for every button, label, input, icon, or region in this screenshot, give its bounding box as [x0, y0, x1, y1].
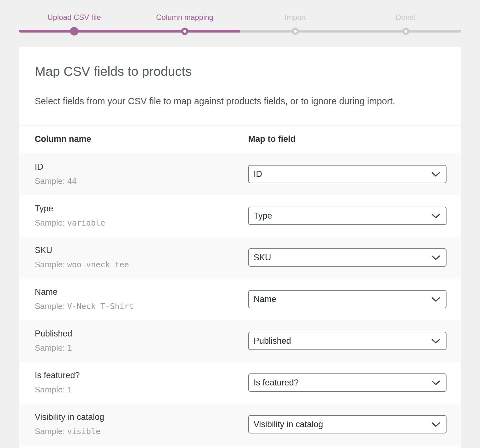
row-column-info: Visibility in catalog Sample: visible — [35, 412, 248, 437]
step-dot-import — [292, 27, 299, 35]
map-select-is-featured[interactable]: Is featured? — [248, 373, 447, 392]
progress-bar-fill — [19, 30, 240, 33]
step-label-import: Import — [240, 13, 351, 22]
row-column-name: ID — [35, 161, 248, 172]
mapping-row: Visibility in catalog Sample: visible Vi… — [19, 403, 461, 445]
row-column-name: Visibility in catalog — [35, 412, 248, 422]
map-select-type[interactable]: Type — [248, 207, 447, 225]
row-sample: Sample: woo-vneck-tee — [35, 259, 248, 270]
row-column-info: Is featured? Sample: 1 — [35, 370, 248, 395]
step-label-upload-csv-file: Upload CSV file — [19, 13, 129, 22]
progress-bar-track — [19, 30, 461, 33]
map-select-visibility[interactable]: Visibility in catalog — [248, 415, 447, 433]
content-card: Map CSV fields to products Select fields… — [19, 47, 461, 448]
row-map-cell: Visibility in catalog — [248, 415, 447, 433]
step-dot-upload-csv-file — [70, 27, 79, 35]
mapping-row: Published Sample: 1 Published — [19, 320, 461, 362]
row-sample: Sample: 1 — [35, 384, 248, 395]
sample-label: Sample: — [35, 343, 65, 353]
row-map-cell: Type — [248, 207, 447, 225]
row-column-name: Type — [35, 203, 248, 214]
map-select-published[interactable]: Published — [248, 332, 447, 350]
row-column-info: Name Sample: V-Neck T-Shirt — [35, 287, 248, 312]
row-map-cell: Published — [248, 332, 447, 350]
step-dot-done — [402, 27, 410, 35]
row-column-info: Type Sample: variable — [35, 203, 248, 228]
sample-value: 1 — [67, 385, 72, 394]
map-select-sku[interactable]: SKU — [248, 248, 447, 267]
select-wrap: ID — [248, 165, 447, 183]
sample-label: Sample: — [35, 218, 65, 227]
sample-label: Sample: — [35, 260, 65, 269]
sample-value: visible — [67, 427, 100, 436]
column-name-header: Column name — [35, 134, 248, 144]
row-sample: Sample: V-Neck T-Shirt — [35, 301, 248, 312]
row-map-cell: ID — [248, 165, 447, 183]
select-wrap: SKU — [248, 248, 447, 267]
mapping-table-header: Column name Map to field — [19, 125, 461, 153]
page-description: Select fields from your CSV file to map … — [19, 79, 461, 107]
select-wrap: Is featured? — [248, 373, 447, 392]
row-column-info: Published Sample: 1 — [35, 328, 248, 353]
step-label-done: Done! — [351, 13, 461, 22]
row-column-info: ID Sample: 44 — [35, 161, 248, 186]
row-column-name: Is featured? — [35, 370, 248, 381]
sample-label: Sample: — [35, 301, 65, 311]
sample-value: 44 — [67, 177, 77, 186]
progress-bar — [19, 30, 461, 33]
step-labels: Upload CSV file Column mapping Import Do… — [19, 13, 461, 22]
row-map-cell: Name — [248, 290, 447, 308]
mapping-row: Type Sample: variable Type — [19, 195, 461, 237]
select-wrap: Visibility in catalog — [248, 415, 447, 433]
sample-value: 1 — [67, 343, 72, 353]
row-sample: Sample: visible — [35, 426, 248, 437]
sample-label: Sample: — [35, 427, 65, 436]
row-map-cell: Is featured? — [248, 373, 447, 392]
sample-label: Sample: — [35, 385, 65, 394]
row-column-info: SKU Sample: woo-vneck-tee — [35, 245, 248, 270]
sample-value: V-Neck T-Shirt — [67, 302, 134, 311]
row-column-name: SKU — [35, 245, 248, 256]
sample-value: variable — [67, 218, 105, 227]
mapping-row: SKU Sample: woo-vneck-tee SKU — [19, 237, 461, 278]
import-progress-stepper: Upload CSV file Column mapping Import Do… — [0, 0, 480, 33]
select-wrap: Published — [248, 332, 447, 350]
row-sample: Sample: variable — [35, 218, 248, 228]
sample-value: woo-vneck-tee — [67, 260, 129, 269]
page-title: Map CSV fields to products — [19, 47, 461, 79]
mapping-row: Name Sample: V-Neck T-Shirt Name — [19, 278, 461, 320]
step-dot-column-mapping — [181, 27, 189, 35]
row-column-name: Published — [35, 328, 248, 339]
row-map-cell: SKU — [248, 248, 447, 267]
row-column-name: Name — [35, 287, 248, 297]
select-wrap: Name — [248, 290, 447, 308]
row-sample: Sample: 1 — [35, 343, 248, 353]
mapping-table: Column name Map to field ID Sample: 44 I… — [19, 125, 461, 445]
map-select-name[interactable]: Name — [248, 290, 447, 308]
sample-label: Sample: — [35, 176, 65, 186]
select-wrap: Type — [248, 207, 447, 225]
map-select-id[interactable]: ID — [248, 165, 447, 183]
map-to-field-header: Map to field — [248, 134, 296, 144]
step-label-column-mapping: Column mapping — [129, 13, 240, 22]
mapping-row: Is featured? Sample: 1 Is featured? — [19, 362, 461, 403]
mapping-row: ID Sample: 44 ID — [19, 153, 461, 195]
row-sample: Sample: 44 — [35, 176, 248, 186]
